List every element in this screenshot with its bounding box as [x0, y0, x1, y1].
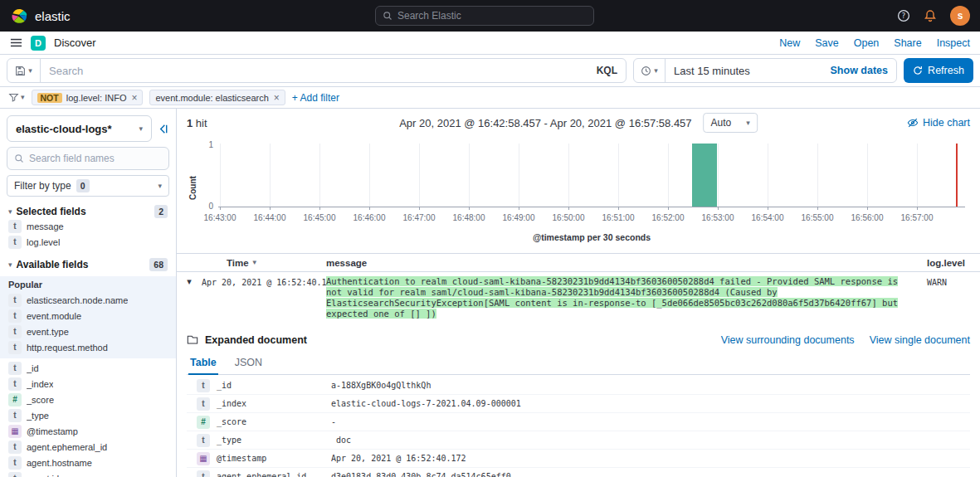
doc-field-row-@timestamp: ▦@timestampApr 20, 2021 @ 16:52:40.172	[187, 450, 970, 468]
nav-action-new[interactable]: New	[779, 37, 800, 49]
field-type-icon: t	[8, 409, 22, 422]
available-fields-header[interactable]: ▾ Available fields 68	[7, 258, 169, 271]
field-item-agent.id[interactable]: tagent.id	[7, 470, 169, 477]
field-item-http.request.method[interactable]: thttp.request.method	[7, 339, 169, 355]
discover-app-badge[interactable]: D	[31, 36, 46, 51]
saved-query-icon	[15, 66, 26, 76]
query-language-button[interactable]: KQL	[588, 65, 626, 76]
nav-action-inspect[interactable]: Inspect	[937, 37, 970, 49]
breadcrumb: Discover	[54, 37, 96, 49]
saved-query-menu-button[interactable]: ▾	[7, 59, 41, 82]
chart-y-axis-label: Count	[188, 176, 197, 200]
header-right-icons: ? s	[897, 6, 970, 26]
field-type-icon: t	[197, 379, 210, 392]
field-item-elasticsearch.node.name[interactable]: telasticsearch.node.name	[7, 292, 169, 308]
user-avatar[interactable]: s	[950, 6, 970, 26]
doc-field-row-_id: t_ida-188XgBK0o4gQlthkQh	[187, 377, 970, 395]
chart-gridline	[319, 144, 320, 207]
chart-gridline	[718, 144, 719, 207]
sort-descending-icon: ▼	[251, 259, 258, 266]
filter-by-type-count-badge: 0	[76, 179, 90, 192]
filter-options-button[interactable]: ▾	[8, 92, 25, 103]
selected-fields-count-badge: 2	[154, 205, 168, 218]
field-type-icon: #	[197, 416, 210, 429]
histogram-interval-select[interactable]: Auto ▾	[704, 113, 758, 133]
field-item-_id[interactable]: t_id	[7, 360, 169, 376]
quick-select-time-button[interactable]: ▾	[634, 59, 666, 82]
chart-x-tick-label: 16:56:00	[851, 213, 884, 222]
field-item-_score[interactable]: #_score	[7, 392, 169, 407]
index-pattern-select[interactable]: elastic-cloud-logs* ▾	[7, 115, 152, 142]
chart-gridline	[270, 144, 271, 207]
remove-filter-icon[interactable]: ×	[274, 92, 280, 104]
field-item-log.level[interactable]: tlog.level	[7, 234, 169, 250]
expanded-doc-rows: t_ida-188XgBK0o4gQlthkQht_indexelastic-c…	[187, 377, 970, 477]
available-fields-count-badge: 68	[149, 258, 168, 271]
document-message: Authentication to realm cloud-saml-kiban…	[326, 276, 920, 319]
chart-x-tick-label: 16:48:00	[453, 213, 485, 222]
refresh-button[interactable]: Refresh	[904, 58, 973, 83]
field-type-icon: t	[8, 220, 22, 233]
chart-x-tick-label: 16:54:00	[752, 213, 784, 222]
filter-pill[interactable]: event.module: elasticsearch×	[149, 90, 285, 105]
field-item-event.type[interactable]: tevent.type	[7, 324, 169, 339]
field-type-icon: t	[8, 456, 22, 470]
show-dates-button[interactable]: Show dates	[822, 65, 896, 76]
menu-icon[interactable]	[10, 37, 22, 49]
collapse-sidebar-icon[interactable]	[157, 123, 169, 135]
filter-pill[interactable]: NOTlog.level: INFO×	[32, 90, 144, 105]
add-filter-button[interactable]: + Add filter	[292, 92, 339, 104]
filter-by-type-button[interactable]: Filter by type 0 ▾	[7, 175, 169, 197]
view-surrounding-documents-link[interactable]: View surrounding documents	[721, 334, 855, 346]
document-log-level: WARN	[920, 276, 973, 287]
log-level-column-header: log.level	[920, 258, 973, 268]
field-type-icon: t	[8, 472, 22, 477]
refresh-label: Refresh	[928, 65, 964, 76]
field-item-agent.hostname[interactable]: tagent.hostname	[7, 455, 169, 470]
field-item-_type[interactable]: t_type	[7, 407, 169, 423]
tab-json[interactable]: JSON	[233, 354, 264, 374]
chart-x-tick-label: 16:47:00	[403, 213, 436, 222]
elastic-logo-icon	[10, 7, 28, 25]
chart-x-tick-label: 16:49:00	[503, 213, 535, 222]
alerts-bell-icon[interactable]	[924, 9, 937, 22]
chart-x-tick-label: 16:55:00	[802, 213, 834, 222]
view-single-document-link[interactable]: View single document	[870, 334, 970, 346]
elastic-logo[interactable]: elastic	[10, 7, 71, 25]
filter-by-type-label: Filter by type	[14, 180, 71, 192]
chart-x-tick-label: 16:53:00	[702, 213, 734, 222]
available-fields-list: t_idt_index#_scoret_type▦@timestamptagen…	[7, 360, 169, 477]
selected-fields-header[interactable]: ▾ Selected fields 2	[7, 205, 169, 218]
time-range-button[interactable]: Last 15 minutes	[666, 65, 758, 77]
documents-table: Time ▼ message log.level ▾ Apr 20, 2021 …	[177, 253, 980, 328]
histogram-bar[interactable]	[692, 144, 717, 207]
field-search-box	[7, 147, 169, 170]
tab-table[interactable]: Table	[188, 354, 218, 375]
help-icon[interactable]: ?	[897, 9, 910, 22]
chevron-down-icon: ▾	[21, 94, 25, 101]
chart-gridline	[817, 144, 818, 207]
nav-action-share[interactable]: Share	[894, 37, 921, 49]
kql-search-input[interactable]	[41, 65, 588, 77]
nav-action-save[interactable]: Save	[815, 37, 839, 49]
chart-x-tick-label: 16:57:00	[901, 213, 934, 222]
hide-chart-button[interactable]: Hide chart	[907, 117, 970, 129]
doc-field-row-agent.ephemeral_id: tagent.ephemeral_idd3e0183d-83d0-430b-8c…	[187, 468, 970, 477]
filter-negate-badge: NOT	[37, 93, 62, 103]
chart-gridline	[867, 144, 868, 207]
field-search-input[interactable]	[29, 153, 162, 164]
field-item-message[interactable]: tmessage	[7, 218, 169, 234]
time-column-header[interactable]: Time ▼	[202, 258, 326, 268]
global-search-input[interactable]: Search Elastic	[375, 6, 594, 26]
field-item-event.module[interactable]: tevent.module	[7, 308, 169, 324]
field-item-agent.ephemeral_id[interactable]: tagent.ephemeral_id	[7, 439, 169, 455]
field-item-_index[interactable]: t_index	[7, 376, 169, 392]
remove-filter-icon[interactable]: ×	[131, 92, 137, 104]
chart-axis-tick	[568, 207, 569, 210]
chart-x-tick-label: 16:50:00	[553, 213, 585, 222]
nav-action-open[interactable]: Open	[854, 37, 880, 49]
query-input-group: ▾ KQL	[7, 58, 627, 83]
field-item-@timestamp[interactable]: ▦@timestamp	[7, 423, 169, 439]
field-type-icon: t	[8, 236, 22, 249]
collapse-row-icon[interactable]: ▾	[187, 276, 192, 286]
